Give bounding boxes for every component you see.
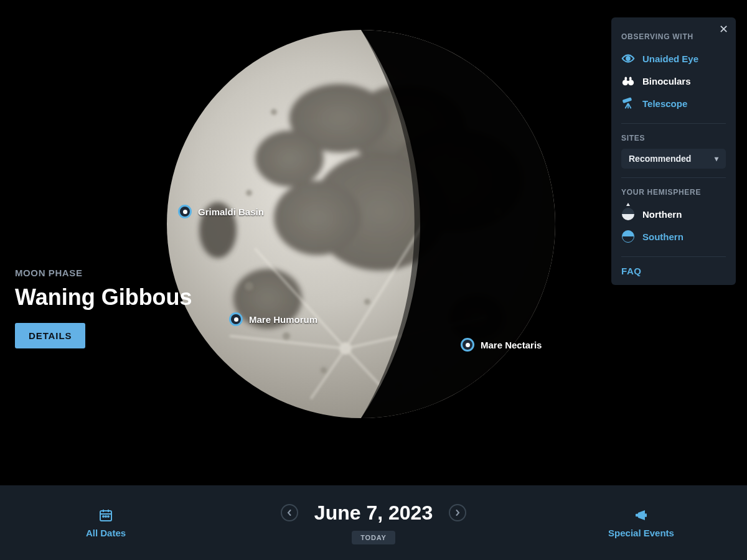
svg-rect-33 (625, 77, 627, 80)
moon-marker[interactable]: Mare Humorum (229, 312, 317, 326)
hemisphere-option-southern[interactable]: Southern (621, 225, 726, 248)
next-date-button[interactable] (449, 504, 466, 521)
calendar-icon (98, 508, 113, 523)
special-events-button[interactable]: Special Events (535, 508, 747, 538)
divider (621, 177, 726, 178)
marker-label: Grimaldi Basin (198, 207, 264, 217)
moon-marker[interactable]: Grimaldi Basin (178, 205, 264, 218)
svg-point-46 (108, 516, 109, 517)
svg-rect-35 (627, 81, 629, 83)
binoculars-icon (621, 74, 635, 88)
svg-rect-47 (645, 513, 647, 517)
svg-point-45 (105, 516, 106, 517)
eye-icon (621, 52, 635, 65)
svg-point-18 (245, 282, 253, 291)
date-nav: June 7, 2023 TODAY (212, 502, 535, 544)
megaphone-icon (634, 508, 649, 523)
marker-label: Mare Humorum (249, 314, 317, 325)
chevron-right-icon (454, 510, 461, 516)
bottom-bar: All Dates June 7, 2023 TODAY Special Eve… (0, 485, 747, 560)
prev-date-button[interactable] (281, 504, 298, 521)
phase-label: MOON PHASE (15, 268, 192, 278)
observing-option-unaided-eye[interactable]: Unaided Eye (621, 47, 726, 70)
hemisphere-option-label: Northern (642, 209, 682, 220)
phase-info: MOON PHASE Waning Gibbous DETAILS (15, 268, 192, 348)
sites-select[interactable]: Recommended ▾ (621, 149, 726, 169)
divider (621, 256, 726, 257)
current-date: June 7, 2023 (314, 502, 433, 525)
svg-point-4 (255, 131, 324, 187)
all-dates-label: All Dates (86, 528, 126, 538)
special-events-label: Special Events (608, 528, 674, 538)
svg-point-44 (103, 516, 104, 517)
options-panel: ✕ OBSERVING WITH Unaided Eye Binoculars (611, 17, 736, 285)
today-button[interactable]: TODAY (352, 531, 395, 544)
marker-ring-icon (178, 205, 192, 218)
hemisphere-north-icon (621, 207, 635, 221)
telescope-icon (621, 96, 635, 110)
observing-option-label: Unaided Eye (642, 54, 698, 64)
svg-point-7 (274, 180, 361, 255)
observing-option-telescope[interactable]: Telescope (621, 92, 726, 114)
svg-point-30 (626, 57, 630, 60)
phase-name: Waning Gibbous (15, 284, 192, 310)
marker-ring-icon (229, 312, 243, 326)
svg-point-19 (283, 332, 290, 340)
hemisphere-south-icon (621, 230, 635, 243)
sites-heading: SITES (621, 134, 726, 142)
details-button[interactable]: DETAILS (15, 323, 85, 348)
observing-option-label: Telescope (642, 98, 687, 109)
marker-ring-icon (461, 338, 474, 352)
svg-point-20 (321, 367, 327, 373)
svg-rect-36 (623, 98, 631, 102)
close-icon[interactable]: ✕ (719, 24, 728, 35)
all-dates-button[interactable]: All Dates (0, 508, 212, 538)
svg-point-26 (364, 299, 370, 305)
chevron-down-icon: ▾ (715, 154, 718, 163)
observing-option-label: Binoculars (642, 76, 691, 86)
svg-rect-34 (629, 77, 632, 80)
marker-label: Mare Nectaris (481, 340, 542, 350)
moon-svg (162, 25, 560, 423)
moon-image (162, 25, 560, 423)
hemisphere-option-northern[interactable]: Northern (621, 203, 726, 225)
moon-marker[interactable]: Mare Nectaris (461, 338, 542, 352)
observing-option-binoculars[interactable]: Binoculars (621, 70, 726, 92)
hemisphere-option-label: Southern (642, 231, 684, 242)
divider (621, 123, 726, 124)
sites-select-value: Recommended (629, 154, 691, 164)
observing-heading: OBSERVING WITH (621, 32, 726, 41)
faq-link[interactable]: FAQ (621, 266, 726, 276)
hemisphere-heading: YOUR HEMISPHERE (621, 188, 726, 197)
svg-point-25 (246, 190, 252, 196)
chevron-left-icon (286, 510, 293, 516)
svg-point-24 (271, 109, 277, 115)
